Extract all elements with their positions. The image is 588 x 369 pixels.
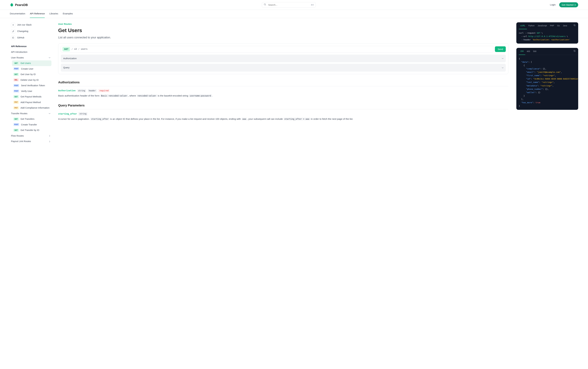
sidebar-endpoint-get-transfers[interactable]: GETGet Transfers xyxy=(12,116,52,122)
section-label: Authorization xyxy=(63,57,77,60)
method-badge: GET xyxy=(13,118,19,120)
sidebar-endpoint-get-transfer-by-id[interactable]: GETGet Transfer by ID xyxy=(12,127,52,133)
endpoint-label: Get Users xyxy=(21,61,31,65)
authorization-section[interactable]: Authorization ❯ xyxy=(61,55,506,62)
header-actions: Login Get Started ❯ xyxy=(550,2,578,7)
param-type: string xyxy=(78,112,87,116)
sidebar-endpoint-get-users[interactable]: GETGet Users xyxy=(12,60,52,66)
sidebar-endpoint-verify-user[interactable]: POSTVerify User xyxy=(12,88,52,94)
main-content: User Routes Get Users List all users con… xyxy=(53,18,514,148)
method-badge: PUT xyxy=(13,101,19,104)
sidebar-link-github[interactable]: GitHub xyxy=(10,35,52,41)
svg-rect-4 xyxy=(13,24,13,25)
sidebar-endpoint-send-verification[interactable]: POSTSend Verification Token xyxy=(12,83,52,88)
endpoint-label: Get Transfers xyxy=(21,117,34,121)
tab-documentation[interactable]: Documentation xyxy=(10,10,25,18)
search-box[interactable]: ⌘K xyxy=(262,2,316,8)
svg-rect-5 xyxy=(13,25,13,26)
request-code: curl --request GET \ --url http://127.0.… xyxy=(516,29,578,44)
top-nav: Documentation API Reference Libraries Ex… xyxy=(0,10,588,18)
sidebar-link-label: Changelog xyxy=(17,30,28,33)
sidebar-item-api-intro[interactable]: API Introduction xyxy=(10,49,52,55)
tab-curl[interactable]: cURL xyxy=(519,22,527,29)
sidebar-link-label: GitHub xyxy=(17,36,24,40)
sidebar-item-user-routes[interactable]: User Routes ❯ xyxy=(10,55,52,60)
search-icon xyxy=(264,3,266,7)
sidebar-endpoint-get-user-by-id[interactable]: GETGet User by ID xyxy=(12,71,52,77)
endpoint-label: Verify User xyxy=(21,90,32,93)
param-type: string xyxy=(77,89,86,92)
svg-rect-3 xyxy=(13,25,14,25)
sidebar-link-label: Join our Slack xyxy=(17,23,32,27)
svg-point-0 xyxy=(264,3,265,5)
logo-text: PearsDB xyxy=(15,3,28,7)
tab-java[interactable]: Java xyxy=(561,22,568,29)
chevron-down-icon: ❯ xyxy=(502,58,504,59)
sidebar-item-payout-link-routes[interactable]: Payout Link Routes ❯ xyxy=(10,139,52,144)
method-badge: POST xyxy=(13,67,19,70)
sidebar-endpoint-create-transfer[interactable]: POSTCreate Transfer xyxy=(12,122,52,128)
tab-javascript[interactable]: JavaScript xyxy=(536,22,548,29)
authorizations-heading: Authorizations xyxy=(58,80,508,86)
sidebar-link-changelog[interactable]: Changelog xyxy=(10,28,52,35)
slack-icon xyxy=(11,23,15,27)
tab-api-reference[interactable]: API Reference xyxy=(30,10,45,18)
endpoint-label: Get User by ID xyxy=(21,73,36,76)
sidebar-item-label: Flow Routes xyxy=(11,134,24,138)
user-routes-list: GETGet Users POSTCreate User GETGet User… xyxy=(10,60,52,111)
tab-python[interactable]: Python xyxy=(527,22,536,29)
logo-icon xyxy=(10,3,14,7)
sidebar-link-slack[interactable]: Join our Slack xyxy=(10,22,52,28)
endpoint-path: / v2 / users xyxy=(72,47,88,51)
request-codeblock: cURL Python JavaScript PHP Go Java curl … xyxy=(516,22,578,44)
method-badge: GET xyxy=(13,129,19,132)
sidebar-heading: API Reference xyxy=(10,41,52,50)
tab-go[interactable]: Go xyxy=(556,22,561,29)
query-section[interactable]: Query ❯ xyxy=(61,64,506,71)
sidebar-item-flow-routes[interactable]: Flow Routes ❯ xyxy=(10,133,52,139)
get-started-label: Get Started xyxy=(562,3,573,6)
page-kicker: User Routes xyxy=(58,22,508,26)
send-button[interactable]: Send xyxy=(495,46,506,52)
endpoint-label: Get Payout Methods xyxy=(21,95,42,99)
tab-php[interactable]: PHP xyxy=(548,22,556,29)
transfer-routes-list: GETGet Transfers POSTCreate Transfer GET… xyxy=(10,116,52,133)
get-started-button[interactable]: Get Started ❯ xyxy=(559,2,578,7)
tab-examples[interactable]: Examples xyxy=(63,10,73,18)
method-badge: POST xyxy=(13,84,19,87)
chevron-down-icon: ❯ xyxy=(502,67,504,68)
page-title: Get Users xyxy=(58,27,508,34)
github-icon xyxy=(11,36,15,40)
tab-200[interactable]: 200 xyxy=(519,48,525,55)
sidebar-endpoint-add-compliance[interactable]: PUTAdd Compliance Information xyxy=(12,105,52,111)
chevron-down-icon: ❯ xyxy=(49,113,51,114)
endpoint-label: Create Transfer xyxy=(21,123,37,127)
page-description: List all users connected to your applica… xyxy=(58,35,508,40)
search-input[interactable] xyxy=(262,2,316,8)
sidebar-endpoint-add-payout-method[interactable]: PUTAdd Payout Method xyxy=(12,100,52,105)
tab-400[interactable]: 400 xyxy=(525,48,532,55)
login-link[interactable]: Login xyxy=(550,3,556,7)
copy-icon[interactable] xyxy=(573,50,576,53)
method-badge: PUT xyxy=(13,106,19,109)
tab-libraries[interactable]: Libraries xyxy=(49,10,58,18)
tab-500[interactable]: 500 xyxy=(532,48,538,55)
param-required: required xyxy=(98,89,110,92)
sidebar-item-label: User Routes xyxy=(11,56,24,60)
endpoint-label: Delete User by ID xyxy=(21,78,39,82)
query-param-desc: A cursor for use in pagination. starting… xyxy=(58,117,508,121)
method-pill: GET xyxy=(63,47,70,51)
param-name: starting_after xyxy=(58,112,77,116)
rocket-icon xyxy=(11,29,15,33)
sidebar-endpoint-delete-user[interactable]: DELDelete User by ID xyxy=(12,77,52,83)
chevron-down-icon: ❯ xyxy=(49,57,51,58)
sidebar-item-transfer-routes[interactable]: Transfer Routes ❯ xyxy=(10,111,52,116)
auth-param-line: Authorization string header required xyxy=(58,89,508,92)
logo[interactable]: PearsDB xyxy=(10,3,28,7)
chevron-right-icon: ❯ xyxy=(49,135,50,137)
sidebar-item-label: Payout Link Routes xyxy=(11,140,31,143)
sidebar-endpoint-create-user[interactable]: POSTCreate User xyxy=(12,66,52,72)
copy-icon[interactable] xyxy=(573,24,576,27)
sidebar-endpoint-get-payout-methods[interactable]: GETGet Payout Methods xyxy=(12,94,52,100)
try-it-card: GET / v2 / users Send Authorization ❯ Qu… xyxy=(58,43,508,74)
